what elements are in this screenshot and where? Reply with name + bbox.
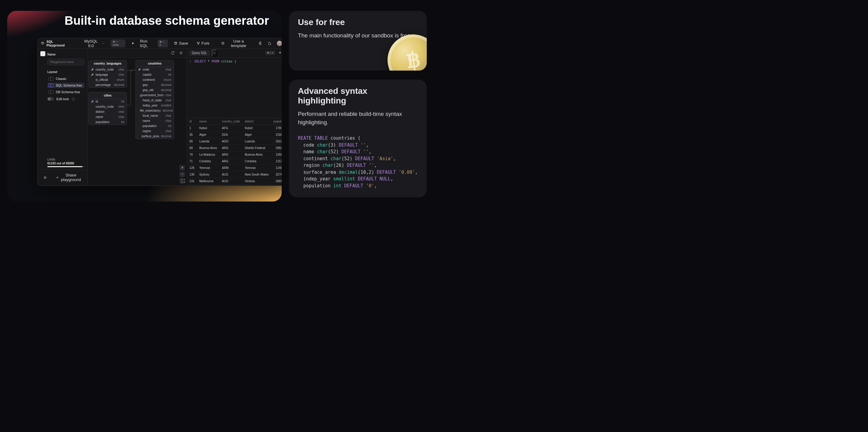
- layout-icon: [49, 90, 53, 94]
- save-label: Save: [179, 41, 188, 45]
- layout-option[interactable]: Classic: [48, 76, 85, 82]
- svg-rect-4: [222, 42, 224, 44]
- save-icon: [174, 42, 177, 45]
- entity-column: idint: [89, 99, 127, 104]
- db-engine-label: MySQL 8.0: [82, 39, 100, 48]
- entity-column: is_officialenum: [89, 77, 127, 82]
- zoom-out[interactable]: −: [180, 172, 185, 177]
- svg-point-10: [44, 177, 46, 178]
- layout-icon: [49, 84, 53, 87]
- playground-name-input[interactable]: [48, 59, 85, 65]
- table-row[interactable]: 130SydneyAUSNew South Wales3276207: [187, 172, 282, 178]
- fork-icon: [197, 42, 200, 45]
- svg-point-1: [197, 42, 197, 43]
- template-label: Use a template: [226, 39, 251, 48]
- table-row[interactable]: 70La MatanzaARGBuenos Aires1266461: [187, 151, 282, 158]
- edit-lock-label: Edit lock: [56, 97, 69, 101]
- sliders-icon: [258, 41, 262, 45]
- play-icon: [131, 42, 134, 45]
- run-label: Run SQL: [136, 39, 151, 48]
- table-row[interactable]: 71CórdobaARGCórdoba1157507: [187, 158, 282, 165]
- entity-column: populationint: [136, 123, 174, 128]
- fork-label: Fork: [202, 41, 210, 45]
- entity-title: country_languages: [89, 60, 127, 67]
- entity-column: local_namechar: [136, 113, 174, 118]
- card-free-title: Use for free: [298, 18, 418, 27]
- add-tab[interactable]: +: [212, 50, 217, 56]
- sparkle-icon: [278, 51, 282, 55]
- panel-icon: [42, 52, 43, 55]
- entity-countries[interactable]: countriescodecharcapitalintcontinentenum…: [135, 60, 174, 139]
- chevron-down-icon: [102, 42, 105, 45]
- layout-option[interactable]: DB Schema free: [48, 89, 85, 95]
- entity-cities[interactable]: citiesidintcountry_codechardistrictcharn…: [88, 92, 127, 125]
- theme-toggle[interactable]: [267, 40, 273, 47]
- run-shortcut: ⌘ + enter: [111, 39, 125, 48]
- entity-column: populationint: [89, 120, 127, 125]
- avatar[interactable]: [277, 41, 281, 46]
- entity-column: regionchar: [136, 128, 174, 134]
- use-template-button[interactable]: Use a template: [219, 38, 253, 49]
- syntax-code-sample: REATE TABLE countries ( code char(3) DEF…: [298, 135, 418, 189]
- query-tab[interactable]: Query SQL: [189, 50, 210, 56]
- col-header[interactable]: population: [271, 118, 282, 125]
- layout-option[interactable]: SQL Schema free: [48, 83, 85, 88]
- share-label: Share playground: [60, 173, 82, 182]
- entity-column: gnpdecimal: [136, 82, 174, 88]
- key-icon: [91, 68, 94, 71]
- format-button[interactable]: [277, 50, 282, 56]
- zoom-in[interactable]: +: [180, 165, 185, 171]
- share-icon: [56, 176, 59, 179]
- save-shortcut: ⌘ + S: [157, 39, 168, 48]
- entity-column: country_codechar: [89, 67, 127, 72]
- zoom-fit[interactable]: ⛶: [180, 178, 185, 184]
- entity-column: gnp_olddecimal: [136, 88, 174, 93]
- table-row[interactable]: 126YerevanARMYerevan1248700: [187, 165, 282, 172]
- name-label: Name: [48, 53, 85, 56]
- col-header[interactable]: district: [243, 118, 271, 125]
- key-icon: [91, 73, 94, 76]
- edit-lock-row: Edit lock: [48, 97, 85, 101]
- share-button[interactable]: Share playground: [54, 172, 85, 183]
- entity-column: namechar: [89, 114, 127, 120]
- entity-title: countries: [136, 60, 174, 67]
- run-sql-button[interactable]: Run SQL: [129, 38, 154, 49]
- fork-button[interactable]: Fork: [194, 40, 212, 47]
- settings-gear-button[interactable]: [42, 174, 48, 181]
- hero-title: Built-in database schema generator: [65, 14, 282, 27]
- settings-button[interactable]: [257, 40, 263, 47]
- table-row[interactable]: 131MelbourneAUSVictoria2865329: [187, 178, 282, 185]
- entity-column: surface_areadecimal: [136, 134, 174, 139]
- schema-refresh[interactable]: [170, 50, 176, 56]
- db-engine-select[interactable]: MySQL 8.0: [79, 38, 107, 49]
- schema-settings[interactable]: [178, 50, 184, 56]
- svg-rect-8: [42, 53, 43, 54]
- svg-point-14: [181, 53, 182, 54]
- entity-column: languagechar: [89, 72, 127, 77]
- save-button[interactable]: Save: [172, 40, 190, 47]
- svg-point-5: [260, 42, 261, 42]
- schema-canvas[interactable]: country_languagescountry_codecharlanguag…: [88, 58, 187, 186]
- entity-column: capitalint: [136, 72, 174, 77]
- key-icon: [138, 68, 141, 71]
- entity-column: indep_yearsmallint: [136, 103, 174, 108]
- layout-label: SQL Schema free: [56, 84, 82, 87]
- template-icon: [221, 42, 224, 45]
- entity-column: life_expectancydecimal: [136, 108, 174, 113]
- sidebar-collapse[interactable]: [40, 51, 45, 56]
- edit-lock-toggle[interactable]: [48, 97, 54, 101]
- card-syntax-title: Advanced syntax highlighting: [298, 86, 418, 105]
- key-icon: [91, 100, 94, 103]
- entity-country-languages[interactable]: country_languagescountry_codecharlanguag…: [88, 60, 127, 88]
- card-syntax: Advanced syntax highlighting Performant …: [289, 80, 427, 197]
- limits-text: 61193 out of 65000: [48, 162, 85, 165]
- app-topbar: SQL Playground MySQL 8.0 ⌘ + enter Run S…: [38, 38, 282, 49]
- entity-column: continentenum: [136, 77, 174, 82]
- info-icon[interactable]: [71, 97, 75, 101]
- svg-point-2: [199, 42, 199, 43]
- entity-column: codechar: [136, 67, 174, 72]
- moon-icon: [268, 41, 272, 45]
- svg-point-7: [260, 44, 261, 44]
- entity-title: cities: [89, 92, 127, 99]
- card-syntax-body: Performant and reliable build-time synta…: [298, 110, 418, 126]
